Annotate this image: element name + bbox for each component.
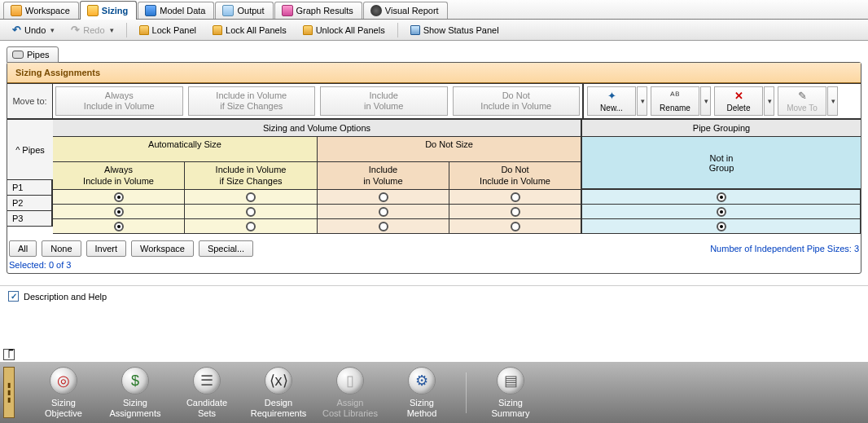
radio-icon[interactable]	[379, 192, 388, 202]
delete-dropdown[interactable]: ▾	[764, 86, 774, 116]
radio-cell[interactable]	[449, 219, 582, 233]
rename-group-button[interactable]: ᴬᴮ Rename	[651, 86, 699, 116]
radio-cell[interactable]	[449, 190, 582, 204]
radio-icon[interactable]	[114, 222, 124, 231]
radio-cell[interactable]	[53, 205, 185, 218]
nav-sizing-objective[interactable]: ◎ SizingObjective	[28, 367, 99, 417]
radio-cell[interactable]	[185, 219, 318, 233]
moveto-include-button[interactable]: Include in Volume	[320, 86, 448, 116]
radio-icon[interactable]	[246, 207, 256, 217]
moveto-group-button[interactable]: ✎ Move To	[778, 86, 826, 116]
tab-visual-report[interactable]: Visual Report	[363, 2, 448, 19]
nav-sizing-method[interactable]: ⚙ SizingMethod	[386, 367, 458, 417]
target-icon: ◎	[57, 373, 70, 390]
show-status-panel-button[interactable]: Show Status Panel	[406, 23, 503, 37]
description-help-row[interactable]: ✓ Description and Help	[0, 285, 868, 306]
nav-sizing-assignments[interactable]: $ SizingAssignments	[99, 367, 171, 417]
txt: Sets	[198, 408, 216, 418]
caret-down-icon: ▾	[641, 97, 645, 105]
select-workspace-button[interactable]: Workspace	[131, 240, 194, 257]
moveto-row: Move to: Always Include in Volume Includ…	[7, 83, 861, 120]
radio-cell[interactable]	[582, 219, 861, 233]
select-none-button[interactable]: None	[42, 240, 81, 257]
subhdr-always: Always Include in Volume	[53, 162, 185, 189]
txt: Sizing	[410, 398, 434, 408]
nav-design-requirements[interactable]: ⟨x⟩ DesignRequirements	[243, 367, 314, 417]
unlock-all-panels-button[interactable]: Unlock All Panels	[299, 23, 389, 37]
radio-icon[interactable]	[114, 207, 124, 217]
radio-cell[interactable]	[318, 190, 449, 204]
tab-model-data-label: Model Data	[160, 6, 205, 15]
radio-icon[interactable]	[114, 192, 124, 202]
row-label[interactable]: P3	[7, 211, 53, 227]
select-special-button[interactable]: Special...	[199, 240, 253, 257]
tab-graph-results[interactable]: Graph Results	[274, 2, 362, 19]
redo-button[interactable]: ↷ Redo ▾	[67, 21, 117, 38]
tab-model-data[interactable]: Model Data	[138, 2, 214, 19]
tab-workspace[interactable]: Workspace	[3, 2, 79, 19]
radio-icon[interactable]	[717, 222, 726, 231]
moveto-donot-button[interactable]: Do Not Include in Volume	[453, 86, 581, 116]
radio-cell[interactable]	[582, 205, 861, 218]
radio-cell[interactable]	[53, 219, 185, 233]
txt: Assignments	[110, 408, 161, 418]
radio-cell[interactable]	[318, 205, 449, 218]
moveto-always-button[interactable]: Always Include in Volume	[55, 86, 183, 116]
radio-icon[interactable]	[379, 222, 388, 231]
moveto-dropdown[interactable]: ▾	[827, 86, 838, 116]
tab-sizing[interactable]: Sizing	[80, 1, 137, 20]
toolbar: ↶ Undo ▾ ↷ Redo ▾ Lock Panel Lock All Pa…	[0, 20, 868, 41]
txt: Include	[322, 90, 445, 101]
tab-output[interactable]: Output	[215, 2, 273, 19]
radio-icon[interactable]	[379, 207, 388, 217]
radio-cell[interactable]	[582, 190, 861, 204]
radio-icon[interactable]	[717, 207, 726, 217]
lock-all-panels-button[interactable]: Lock All Panels	[208, 23, 291, 37]
new-dropdown[interactable]: ▾	[637, 86, 647, 116]
radio-icon[interactable]	[717, 192, 726, 202]
select-invert-button[interactable]: Invert	[86, 240, 127, 257]
radio-cell[interactable]	[185, 205, 318, 218]
status-panel-icon	[410, 25, 420, 35]
txt: Cost Libraries	[322, 408, 378, 418]
radio-icon[interactable]	[511, 192, 520, 202]
expand-checkbox-icon[interactable]: ✓	[8, 291, 19, 302]
lock-panel-button[interactable]: Lock Panel	[135, 23, 200, 37]
nav-candidate-sets[interactable]: ☰ CandidateSets	[171, 367, 243, 417]
txt: Include in Volume	[58, 101, 181, 112]
radio-icon[interactable]	[246, 192, 256, 202]
collapse-square-icon[interactable]: ⎾	[3, 349, 15, 360]
radio-icon[interactable]	[511, 222, 520, 231]
undo-button[interactable]: ↶ Undo ▾	[8, 21, 59, 38]
select-all-button[interactable]: All	[9, 240, 37, 257]
nav-assign-cost-libraries[interactable]: ▯ AssignCost Libraries	[314, 367, 386, 417]
selected-count-label: Selected: 0 of 3	[7, 260, 861, 273]
radio-cell[interactable]	[53, 190, 185, 204]
unlock-all-label: Unlock All Panels	[316, 25, 385, 35]
dropdown-caret-icon[interactable]: ▾	[50, 26, 55, 34]
radio-icon[interactable]	[511, 207, 520, 217]
pipes-column-header[interactable]: ^ Pipes	[7, 120, 53, 180]
radio-cell[interactable]	[318, 219, 449, 233]
pipes-subtab[interactable]: Pipes	[7, 46, 59, 63]
radio-cell[interactable]	[449, 205, 582, 218]
sizing-assignments-box: Sizing Assignments Move to: Always Inclu…	[7, 62, 861, 274]
txt: Include in Volume	[186, 165, 315, 175]
row-label[interactable]: P1	[7, 180, 53, 196]
rename-dropdown[interactable]: ▾	[700, 86, 711, 116]
row-label[interactable]: P2	[7, 196, 53, 211]
moveto-label: Move to:	[7, 84, 53, 118]
undo-label: Undo	[24, 25, 46, 35]
nav-sizing-summary[interactable]: ▤ SizingSummary	[475, 367, 546, 417]
dropdown-caret-icon[interactable]: ▾	[110, 26, 114, 34]
txt: Not in	[709, 153, 734, 163]
delete-group-button[interactable]: ✕ Delete	[714, 86, 763, 116]
side-ruler-tab[interactable]: ▮▮▮	[3, 367, 15, 418]
radio-cell[interactable]	[185, 190, 318, 204]
new-label: New...	[600, 104, 623, 112]
moveto-ifchange-button[interactable]: Include in Volume if Size Changes	[188, 86, 316, 116]
txt: Do Not	[451, 165, 579, 175]
radio-icon[interactable]	[246, 222, 256, 231]
moveto-icon: ✎	[798, 90, 807, 102]
new-group-button[interactable]: ✦ New...	[587, 86, 636, 116]
